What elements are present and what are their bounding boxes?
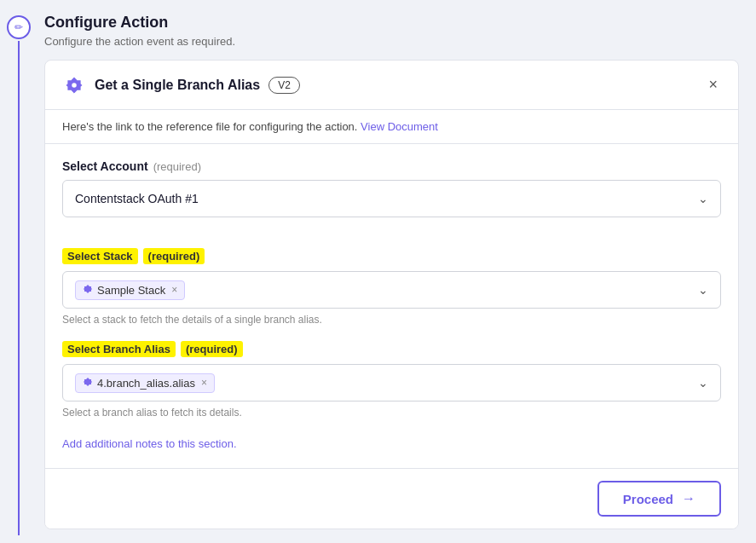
plugin-icon	[62, 73, 86, 97]
stack-label-row: Select Stack (required)	[62, 248, 721, 264]
svg-point-0	[72, 83, 77, 88]
stack-label-highlight: Select Stack	[62, 248, 138, 264]
account-value: Contentstack OAuth #1	[75, 192, 199, 205]
info-bar: Here's the link to the reference file fo…	[45, 110, 738, 144]
card-footer: Proceed →	[45, 468, 738, 529]
info-text: Here's the link to the reference file fo…	[62, 120, 357, 133]
version-badge: V2	[268, 77, 300, 94]
stack-tags: Sample Stack ×	[75, 280, 691, 300]
stack-chevron-icon: ⌄	[698, 283, 708, 297]
card-header-left: Get a Single Branch Alias V2	[62, 73, 300, 97]
page-subtitle: Configure the action event as required.	[44, 35, 739, 48]
stack-tag: Sample Stack ×	[75, 280, 185, 300]
card-title: Get a Single Branch Alias	[95, 78, 260, 93]
branch-required-highlight: (required)	[181, 341, 243, 357]
stack-select[interactable]: Sample Stack × ⌄	[62, 271, 721, 309]
branch-tags: 4.branch_alias.alias ×	[75, 373, 691, 393]
account-section: Select Account (required) Contentstack O…	[62, 159, 721, 217]
stack-tag-remove[interactable]: ×	[171, 285, 177, 295]
card-body: Select Account (required) Contentstack O…	[45, 144, 738, 468]
proceed-arrow-icon: →	[682, 491, 695, 506]
stack-section: Select Stack (required) Sampl	[62, 248, 721, 326]
account-required: (required)	[153, 160, 201, 173]
branch-label-highlight: Select Branch Alias	[62, 341, 176, 357]
branch-hint: Select a branch alias to fetch its detai…	[62, 407, 721, 419]
step-sidebar: ✏	[0, 0, 38, 543]
branch-tag-value: 4.branch_alias.alias	[97, 377, 195, 390]
branch-label-row: Select Branch Alias (required)	[62, 341, 721, 357]
branch-select[interactable]: 4.branch_alias.alias × ⌄	[62, 364, 721, 401]
branch-tag-remove[interactable]: ×	[201, 378, 207, 388]
edit-icon: ✏	[14, 21, 23, 33]
card-header: Get a Single Branch Alias V2 ×	[45, 61, 738, 110]
configure-card: Get a Single Branch Alias V2 × Here's th…	[44, 60, 739, 529]
view-document-link[interactable]: View Document	[361, 120, 438, 133]
proceed-button[interactable]: Proceed →	[597, 481, 721, 517]
branch-section: Select Branch Alias (required)	[62, 341, 721, 419]
branch-chevron-icon: ⌄	[698, 376, 708, 390]
branch-tag: 4.branch_alias.alias ×	[75, 373, 215, 393]
proceed-label: Proceed	[623, 492, 673, 506]
main-content: Configure Action Configure the action ev…	[38, 0, 756, 543]
account-chevron-icon: ⌄	[698, 192, 708, 205]
page-title: Configure Action	[44, 14, 739, 32]
stack-tag-value: Sample Stack	[97, 284, 165, 297]
stack-required-highlight: (required)	[143, 248, 205, 264]
stack-tag-icon	[83, 284, 93, 297]
close-button[interactable]: ×	[705, 72, 721, 97]
stack-hint: Select a stack to fetch the details of a…	[62, 314, 721, 326]
account-label: Select Account (required)	[62, 159, 721, 173]
step-indicator: ✏	[7, 15, 31, 39]
account-select[interactable]: Contentstack OAuth #1 ⌄	[62, 180, 721, 217]
branch-tag-icon	[83, 377, 93, 390]
add-notes-link[interactable]: Add additional notes to this section.	[62, 434, 721, 453]
